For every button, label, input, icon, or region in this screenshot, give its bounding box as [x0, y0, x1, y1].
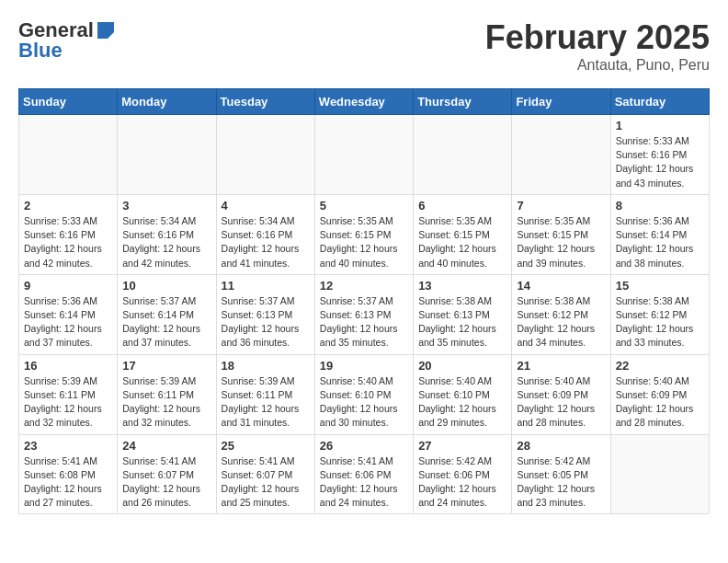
day-number: 24 — [122, 439, 210, 453]
day-number: 23 — [24, 439, 112, 453]
calendar-week-row: 16Sunrise: 5:39 AMSunset: 6:11 PMDayligh… — [19, 354, 710, 434]
day-number: 17 — [122, 359, 210, 373]
day-info: Sunrise: 5:39 AMSunset: 6:11 PMDaylight:… — [24, 374, 112, 431]
day-number: 18 — [222, 359, 310, 373]
calendar-day-cell: 22Sunrise: 5:40 AMSunset: 6:09 PMDayligh… — [610, 354, 709, 434]
day-number: 27 — [418, 439, 506, 453]
calendar-day-cell: 20Sunrise: 5:40 AMSunset: 6:10 PMDayligh… — [414, 354, 512, 434]
calendar-week-row: 9Sunrise: 5:36 AMSunset: 6:14 PMDaylight… — [19, 274, 710, 354]
day-of-week-header: Friday — [512, 89, 610, 115]
calendar-day-cell: 26Sunrise: 5:41 AMSunset: 6:06 PMDayligh… — [314, 434, 413, 514]
calendar-day-cell: 11Sunrise: 5:37 AMSunset: 6:13 PMDayligh… — [216, 274, 314, 354]
calendar-day-cell — [512, 115, 610, 195]
day-number: 16 — [24, 359, 112, 373]
calendar-day-cell: 4Sunrise: 5:34 AMSunset: 6:16 PMDaylight… — [216, 194, 314, 274]
day-number: 6 — [418, 199, 506, 213]
day-number: 21 — [517, 359, 605, 373]
day-info: Sunrise: 5:37 AMSunset: 6:13 PMDaylight:… — [222, 294, 310, 350]
day-info: Sunrise: 5:37 AMSunset: 6:14 PMDaylight:… — [122, 294, 210, 350]
logo: General Blue — [18, 18, 116, 63]
day-of-week-header: Saturday — [610, 89, 709, 115]
page-header: General Blue February 2025 Antauta, Puno… — [18, 18, 710, 74]
day-of-week-header: Wednesday — [314, 89, 413, 115]
calendar-day-cell — [19, 115, 118, 195]
day-info: Sunrise: 5:40 AMSunset: 6:09 PMDaylight:… — [517, 374, 605, 431]
day-info: Sunrise: 5:33 AMSunset: 6:16 PMDaylight:… — [24, 214, 112, 270]
day-info: Sunrise: 5:40 AMSunset: 6:10 PMDaylight:… — [320, 374, 408, 431]
calendar-day-cell: 8Sunrise: 5:36 AMSunset: 6:14 PMDaylight… — [610, 194, 709, 274]
day-info: Sunrise: 5:36 AMSunset: 6:14 PMDaylight:… — [616, 214, 704, 270]
calendar-day-cell — [314, 115, 413, 195]
day-info: Sunrise: 5:40 AMSunset: 6:09 PMDaylight:… — [616, 374, 704, 431]
day-info: Sunrise: 5:42 AMSunset: 6:05 PMDaylight:… — [517, 454, 605, 511]
day-number: 9 — [24, 279, 112, 293]
calendar-day-cell: 16Sunrise: 5:39 AMSunset: 6:11 PMDayligh… — [19, 354, 118, 434]
calendar-day-cell: 9Sunrise: 5:36 AMSunset: 6:14 PMDaylight… — [19, 274, 118, 354]
day-info: Sunrise: 5:33 AMSunset: 6:16 PMDaylight:… — [616, 134, 704, 190]
calendar-day-cell: 25Sunrise: 5:41 AMSunset: 6:07 PMDayligh… — [216, 434, 314, 514]
day-info: Sunrise: 5:41 AMSunset: 6:06 PMDaylight:… — [320, 454, 408, 511]
svg-marker-0 — [97, 22, 114, 39]
calendar-day-cell: 17Sunrise: 5:39 AMSunset: 6:11 PMDayligh… — [118, 354, 216, 434]
day-info: Sunrise: 5:42 AMSunset: 6:06 PMDaylight:… — [418, 454, 506, 511]
day-of-week-header: Sunday — [19, 89, 118, 115]
day-info: Sunrise: 5:38 AMSunset: 6:12 PMDaylight:… — [616, 294, 704, 350]
calendar-day-cell: 19Sunrise: 5:40 AMSunset: 6:10 PMDayligh… — [314, 354, 413, 434]
day-of-week-header: Tuesday — [216, 89, 314, 115]
day-number: 14 — [517, 279, 605, 293]
calendar-header-row: SundayMondayTuesdayWednesdayThursdayFrid… — [19, 89, 710, 115]
day-number: 11 — [222, 279, 310, 293]
calendar-day-cell — [414, 115, 512, 195]
day-info: Sunrise: 5:35 AMSunset: 6:15 PMDaylight:… — [517, 214, 605, 270]
calendar-day-cell: 6Sunrise: 5:35 AMSunset: 6:15 PMDaylight… — [414, 194, 512, 274]
day-of-week-header: Monday — [118, 89, 216, 115]
calendar-day-cell: 27Sunrise: 5:42 AMSunset: 6:06 PMDayligh… — [414, 434, 512, 514]
calendar-day-cell: 15Sunrise: 5:38 AMSunset: 6:12 PMDayligh… — [610, 274, 709, 354]
day-number: 5 — [320, 199, 408, 213]
calendar-day-cell: 1Sunrise: 5:33 AMSunset: 6:16 PMDaylight… — [610, 115, 709, 195]
day-number: 3 — [122, 199, 210, 213]
day-number: 1 — [616, 119, 704, 132]
calendar-day-cell: 7Sunrise: 5:35 AMSunset: 6:15 PMDaylight… — [512, 194, 610, 274]
day-number: 4 — [222, 199, 310, 213]
calendar-week-row: 23Sunrise: 5:41 AMSunset: 6:08 PMDayligh… — [19, 434, 710, 514]
day-number: 20 — [418, 359, 506, 373]
calendar-day-cell: 10Sunrise: 5:37 AMSunset: 6:14 PMDayligh… — [118, 274, 216, 354]
calendar-day-cell: 3Sunrise: 5:34 AMSunset: 6:16 PMDaylight… — [118, 194, 216, 274]
calendar-day-cell — [118, 115, 216, 195]
day-number: 2 — [24, 199, 112, 213]
calendar-table: SundayMondayTuesdayWednesdayThursdayFrid… — [18, 88, 710, 514]
day-info: Sunrise: 5:34 AMSunset: 6:16 PMDaylight:… — [122, 214, 210, 270]
calendar-day-cell: 2Sunrise: 5:33 AMSunset: 6:16 PMDaylight… — [19, 194, 118, 274]
day-info: Sunrise: 5:41 AMSunset: 6:07 PMDaylight:… — [122, 454, 210, 511]
calendar-day-cell: 24Sunrise: 5:41 AMSunset: 6:07 PMDayligh… — [118, 434, 216, 514]
day-info: Sunrise: 5:39 AMSunset: 6:11 PMDaylight:… — [222, 374, 310, 431]
day-info: Sunrise: 5:35 AMSunset: 6:15 PMDaylight:… — [418, 214, 506, 270]
calendar-week-row: 2Sunrise: 5:33 AMSunset: 6:16 PMDaylight… — [19, 194, 710, 274]
location-subtitle: Antauta, Puno, Peru — [485, 57, 710, 74]
calendar-day-cell: 23Sunrise: 5:41 AMSunset: 6:08 PMDayligh… — [19, 434, 118, 514]
calendar-day-cell: 28Sunrise: 5:42 AMSunset: 6:05 PMDayligh… — [512, 434, 610, 514]
day-number: 19 — [320, 359, 408, 373]
title-block: February 2025 Antauta, Puno, Peru — [485, 18, 710, 74]
day-info: Sunrise: 5:38 AMSunset: 6:12 PMDaylight:… — [517, 294, 605, 350]
day-number: 10 — [122, 279, 210, 293]
calendar-day-cell — [216, 115, 314, 195]
day-number: 26 — [320, 439, 408, 453]
day-info: Sunrise: 5:40 AMSunset: 6:10 PMDaylight:… — [418, 374, 506, 431]
day-info: Sunrise: 5:37 AMSunset: 6:13 PMDaylight:… — [320, 294, 408, 350]
day-number: 25 — [222, 439, 310, 453]
day-info: Sunrise: 5:38 AMSunset: 6:13 PMDaylight:… — [418, 294, 506, 350]
day-info: Sunrise: 5:41 AMSunset: 6:07 PMDaylight:… — [222, 454, 310, 511]
calendar-day-cell: 21Sunrise: 5:40 AMSunset: 6:09 PMDayligh… — [512, 354, 610, 434]
day-number: 12 — [320, 279, 408, 293]
calendar-week-row: 1Sunrise: 5:33 AMSunset: 6:16 PMDaylight… — [19, 115, 710, 195]
day-info: Sunrise: 5:34 AMSunset: 6:16 PMDaylight:… — [222, 214, 310, 270]
day-number: 8 — [616, 199, 704, 213]
day-number: 28 — [517, 439, 605, 453]
day-info: Sunrise: 5:36 AMSunset: 6:14 PMDaylight:… — [24, 294, 112, 350]
day-info: Sunrise: 5:35 AMSunset: 6:15 PMDaylight:… — [320, 214, 408, 270]
day-number: 13 — [418, 279, 506, 293]
day-info: Sunrise: 5:39 AMSunset: 6:11 PMDaylight:… — [122, 374, 210, 431]
day-number: 15 — [616, 279, 704, 293]
